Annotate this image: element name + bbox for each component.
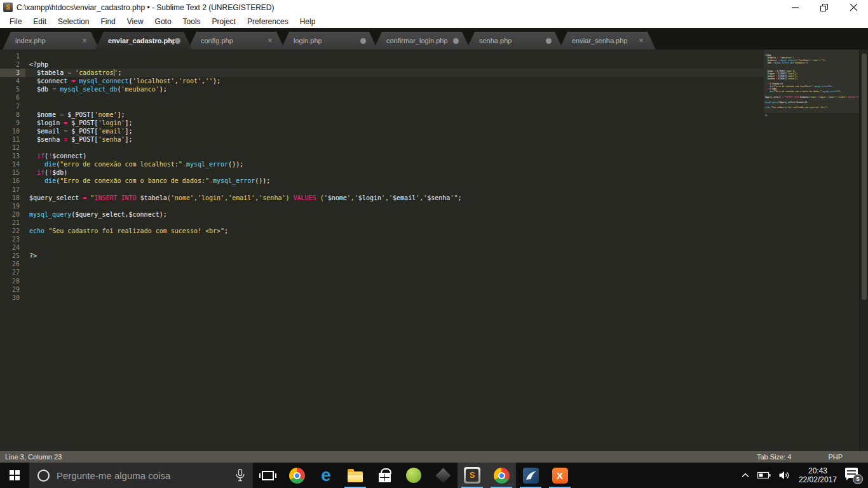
syntax-indicator[interactable]: PHP bbox=[828, 453, 843, 461]
tab-label: enviar_cadastro.php bbox=[95, 37, 175, 44]
tab-index.php[interactable]: index.php× bbox=[3, 32, 99, 50]
code-line[interactable]: mysql_query($query_select,$connect); bbox=[25, 210, 868, 219]
search-placeholder: Pergunte-me alguma coisa bbox=[57, 470, 229, 481]
tabbar: index.php×enviar_cadastro.phpconfig.php×… bbox=[0, 28, 868, 50]
task-view-icon bbox=[262, 471, 274, 480]
close-button[interactable] bbox=[839, 0, 868, 15]
taskbar-chrome-icon[interactable] bbox=[282, 463, 311, 488]
line-number: 30 bbox=[0, 294, 25, 302]
sublime-app-icon: S bbox=[3, 3, 13, 12]
clock[interactable]: 20:43 22/02/2017 bbox=[799, 466, 837, 484]
code-line[interactable] bbox=[25, 186, 868, 194]
code-line[interactable] bbox=[25, 277, 868, 285]
code-line[interactable]: die("Erro de conexão com o banco de dado… bbox=[25, 177, 868, 185]
line-number: 18 bbox=[0, 194, 25, 202]
tab-close-icon[interactable]: × bbox=[266, 36, 275, 45]
code-line[interactable]: $db = mysql_select_db('meubanco'); bbox=[25, 85, 868, 93]
code-line[interactable]: die("erro de conexão com localhost:".mys… bbox=[25, 160, 868, 168]
menu-tools[interactable]: Tools bbox=[177, 17, 207, 26]
menu-project[interactable]: Project bbox=[207, 17, 241, 26]
code-line[interactable]: $nome = $_POST['nome']; bbox=[25, 111, 868, 119]
code-area[interactable]: <?php $tabela = 'cadastros'; $connect = … bbox=[25, 50, 868, 451]
tab-config.php[interactable]: config.php× bbox=[188, 32, 285, 50]
editor[interactable]: 1234567891011121314151617181920212223242… bbox=[0, 50, 868, 451]
action-center-button[interactable]: 5 bbox=[845, 467, 862, 484]
code-line[interactable] bbox=[25, 202, 868, 210]
line-number: 1 bbox=[0, 52, 25, 60]
menu-preferences[interactable]: Preferences bbox=[241, 17, 294, 26]
line-number: 21 bbox=[0, 219, 25, 227]
code-line[interactable]: ?> bbox=[25, 252, 868, 260]
code-line[interactable]: $login = $_POST['login']; bbox=[25, 119, 868, 127]
minimap-viewport[interactable] bbox=[764, 50, 859, 113]
code-line[interactable] bbox=[25, 219, 868, 227]
battery-icon[interactable] bbox=[757, 471, 771, 479]
menu-find[interactable]: Find bbox=[95, 17, 121, 26]
taskbar-windows-store-icon[interactable] bbox=[370, 463, 399, 488]
code-line[interactable]: if(!$connect) bbox=[25, 152, 868, 160]
code-line[interactable] bbox=[25, 235, 868, 243]
code-line[interactable]: $tabela = 'cadastros'; bbox=[25, 69, 868, 77]
line-number: 15 bbox=[0, 168, 25, 177]
tab-senha.php[interactable]: senha.php bbox=[466, 32, 563, 50]
taskbar-file-explorer-icon[interactable] bbox=[341, 463, 370, 488]
menu-selection[interactable]: Selection bbox=[52, 17, 95, 26]
code-line[interactable] bbox=[25, 52, 868, 60]
taskbar-inkscape-icon[interactable] bbox=[428, 463, 458, 488]
restore-button[interactable] bbox=[810, 0, 839, 15]
line-number: 11 bbox=[0, 135, 25, 144]
menu-help[interactable]: Help bbox=[294, 17, 322, 26]
minimap[interactable]: <?php $tabela = 'cadastros'; $connect = … bbox=[764, 50, 859, 451]
code-line[interactable] bbox=[25, 102, 868, 111]
tab-close-icon[interactable]: × bbox=[637, 36, 646, 45]
task-view-button[interactable] bbox=[253, 463, 282, 488]
volume-icon[interactable] bbox=[779, 471, 790, 480]
code-line[interactable]: if(!$db) bbox=[25, 168, 868, 177]
menu-goto[interactable]: Goto bbox=[149, 17, 177, 26]
taskbar-xampp-icon[interactable]: X bbox=[545, 463, 574, 488]
code-line[interactable] bbox=[25, 285, 868, 294]
code-line[interactable]: echo "Seu cadastro foi realizado com suc… bbox=[25, 227, 868, 235]
taskbar-mysql-workbench-icon[interactable] bbox=[516, 463, 545, 488]
code-line[interactable] bbox=[25, 144, 868, 152]
chrome-glyph bbox=[289, 468, 305, 484]
code-line[interactable] bbox=[25, 294, 868, 302]
code-line[interactable] bbox=[764, 127, 859, 130]
taskbar-android-studio-icon[interactable] bbox=[399, 463, 428, 488]
tab-enviar_cadastro.php[interactable]: enviar_cadastro.php bbox=[95, 32, 192, 50]
tab-size-indicator[interactable]: Tab Size: 4 bbox=[757, 453, 791, 461]
tab-modified-dot-icon[interactable] bbox=[546, 38, 552, 44]
tab-login.php[interactable]: login.php bbox=[281, 32, 377, 50]
show-hidden-icons-chevron[interactable] bbox=[742, 473, 749, 478]
code-line[interactable]: <?php bbox=[25, 60, 868, 69]
code-line[interactable]: $connect = mysql_connect('localhost','ro… bbox=[25, 77, 868, 85]
line-number: 12 bbox=[0, 144, 25, 152]
scrollbar-thumb[interactable] bbox=[862, 53, 867, 300]
tab-modified-dot-icon[interactable] bbox=[360, 38, 366, 44]
tab-confirmar_login.php[interactable]: confirmar_login.php bbox=[374, 32, 470, 50]
code-line[interactable] bbox=[25, 268, 868, 276]
code-line[interactable] bbox=[25, 93, 868, 102]
tab-modified-dot-icon[interactable] bbox=[453, 38, 459, 44]
code-line[interactable]: $senha = $_POST['senha']; bbox=[25, 135, 868, 144]
vertical-scrollbar[interactable] bbox=[859, 50, 868, 451]
taskbar-edge-icon[interactable]: e bbox=[311, 463, 341, 488]
menu-edit[interactable]: Edit bbox=[27, 17, 52, 26]
tab-close-icon[interactable]: × bbox=[80, 36, 89, 45]
code-line[interactable]: $query_select = "INSERT INTO $tabela('no… bbox=[25, 194, 868, 202]
menu-view[interactable]: View bbox=[121, 17, 149, 26]
menu-file[interactable]: File bbox=[4, 17, 27, 26]
code-line[interactable] bbox=[25, 243, 868, 252]
taskbar-chrome-icon[interactable] bbox=[487, 463, 516, 488]
tab-enviar_senha.php[interactable]: enviar_senha.php× bbox=[559, 32, 656, 50]
cortana-search-box[interactable]: Pergunte-me alguma coisa bbox=[29, 463, 253, 488]
taskbar-sublime-text-icon[interactable]: S bbox=[458, 463, 487, 488]
line-number: 8 bbox=[0, 111, 25, 119]
line-number: 2 bbox=[0, 60, 25, 69]
tab-modified-dot-icon[interactable] bbox=[175, 38, 180, 44]
code-line[interactable] bbox=[25, 260, 868, 268]
microphone-icon[interactable] bbox=[236, 469, 245, 482]
minimize-button[interactable] bbox=[780, 0, 810, 15]
start-button[interactable] bbox=[0, 463, 29, 488]
code-line[interactable]: $email = $_POST['email']; bbox=[25, 127, 868, 135]
